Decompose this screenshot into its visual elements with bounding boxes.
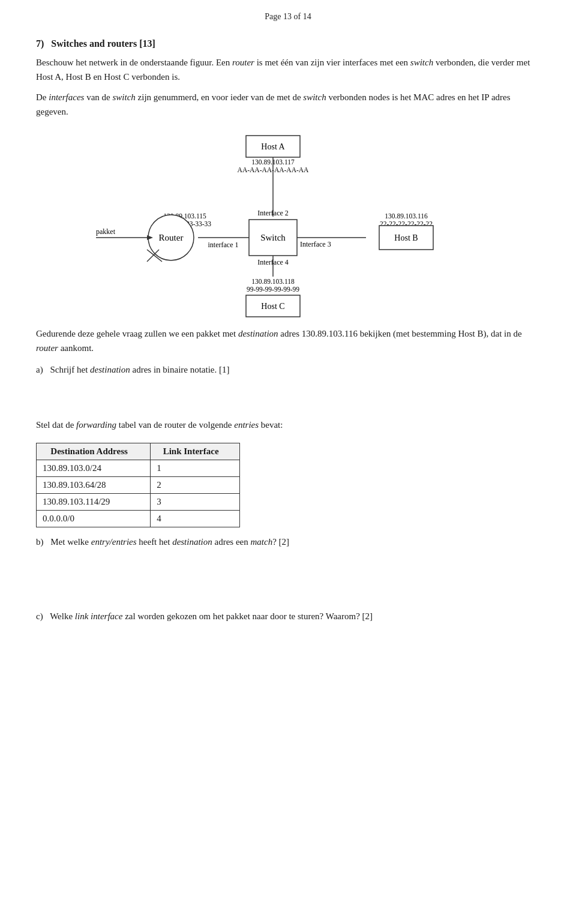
question-title: 7) Switches and routers [13] (36, 38, 540, 49)
question-number: 7) (36, 38, 44, 49)
svg-text:130.89.103.118: 130.89.103.118 (251, 278, 295, 285)
table-header-interface: Link Interface (151, 443, 240, 460)
pakket-label: pakket (96, 227, 116, 236)
table-intro: Stel dat de forwarding tabel van de rout… (36, 418, 540, 432)
table-row: 0.0.0.0/0 4 (37, 511, 240, 527)
table-cell-iface-4: 4 (151, 511, 240, 527)
table-cell-dest-3: 130.89.103.114/29 (37, 494, 151, 511)
table-row: 130.89.103.114/29 3 (37, 494, 240, 511)
paragraph-2: De interfaces van de switch zijn genumme… (36, 90, 540, 119)
question-heading: Switches and routers [13] (51, 38, 155, 49)
table-row: 130.89.103.64/28 2 (37, 477, 240, 494)
host-a-label: Host A (261, 142, 285, 151)
svg-text:interface 1: interface 1 (208, 241, 239, 249)
forwarding-table: Destination Address Link Interface 130.8… (36, 443, 240, 527)
switch-label: Switch (260, 233, 286, 242)
answer-space-a (36, 382, 540, 418)
forwarding-table-section: Destination Address Link Interface 130.8… (36, 443, 540, 527)
svg-text:99-99-99-99-99-99: 99-99-99-99-99-99 (247, 286, 299, 293)
host-c-label: Host C (261, 302, 284, 311)
paragraph-3: Gedurende deze gehele vraag zullen we ee… (36, 326, 540, 355)
table-row: 130.89.103.0/24 1 (37, 460, 240, 477)
sub-question-c: c) Welke link interface zal worden gekoz… (36, 609, 540, 623)
answer-space-b (36, 554, 540, 602)
sub-question-a: a) Schrijf het destination adres in bina… (36, 362, 540, 377)
table-header-destination: Destination Address (37, 443, 151, 460)
paragraph-1: Beschouw het netwerk in de onderstaande … (36, 55, 540, 84)
table-cell-iface-1: 1 (151, 460, 240, 477)
svg-text:Interface 2: Interface 2 (257, 209, 289, 217)
router-label: Router (159, 233, 184, 242)
svg-text:130.89.103.116: 130.89.103.116 (385, 212, 428, 220)
svg-text:Interface 3: Interface 3 (300, 240, 331, 248)
table-cell-iface-2: 2 (151, 477, 240, 494)
table-cell-dest-1: 130.89.103.0/24 (37, 460, 151, 477)
table-cell-iface-3: 3 (151, 494, 240, 511)
network-diagram: Host A 130.89.103.117 AA-AA-AA-AA-AA-AA … (36, 130, 540, 316)
page-header: Page 13 of 14 (36, 12, 540, 22)
table-cell-dest-2: 130.89.103.64/28 (37, 477, 151, 494)
page-number: Page 13 of 14 (265, 12, 311, 21)
table-cell-dest-4: 0.0.0.0/0 (37, 511, 151, 527)
sub-question-b: b) Met welke entry/entries heeft het des… (36, 535, 540, 549)
host-b-label: Host B (394, 233, 418, 242)
